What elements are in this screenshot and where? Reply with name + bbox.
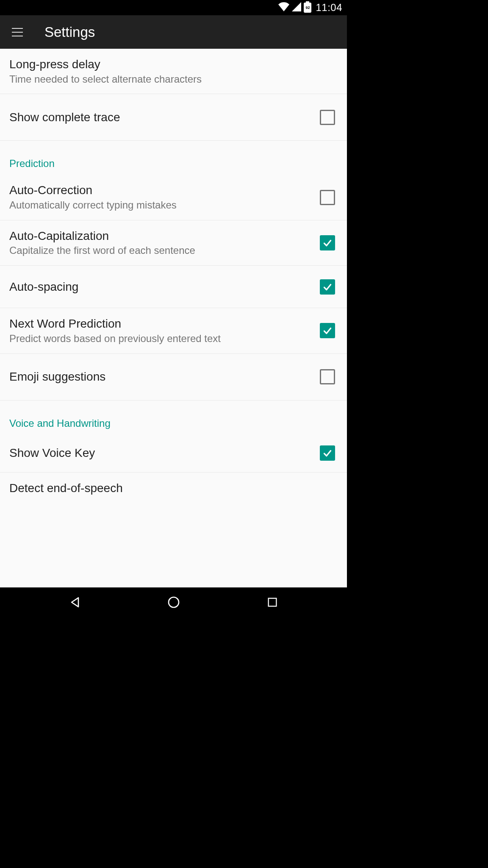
settings-list[interactable]: Long-press delay Time needed to select a… [0,49,347,587]
setting-title: Auto-spacing [9,280,320,294]
setting-subtitle: Capitalize the first word of each senten… [9,245,320,257]
setting-auto-spacing[interactable]: Auto-spacing [0,266,347,308]
setting-subtitle: Time needed to select alternate characte… [9,73,338,86]
checkbox-next-word-prediction[interactable] [320,323,335,338]
setting-detect-end-of-speech[interactable]: Detect end-of-speech [0,473,347,495]
home-button[interactable] [152,592,195,613]
checkbox-emoji-suggestions[interactable] [320,369,335,384]
recent-apps-button[interactable] [251,592,294,613]
svg-rect-1 [268,598,276,606]
battery-level: 92 [305,6,310,10]
wifi-icon [278,2,289,13]
setting-auto-capitalization[interactable]: Auto-Capitalization Capitalize the first… [0,220,347,266]
checkbox-auto-correction[interactable] [320,190,335,205]
setting-title: Detect end-of-speech [9,481,338,495]
app-bar: Settings [0,15,347,49]
clock: 11:04 [316,2,342,14]
checkbox-auto-capitalization[interactable] [320,235,335,250]
cellular-signal-icon [292,2,301,13]
setting-long-press-delay[interactable]: Long-press delay Time needed to select a… [0,49,347,94]
setting-title: Emoji suggestions [9,370,320,384]
checkbox-show-voice-key[interactable] [320,445,335,461]
setting-subtitle: Automatically correct typing mistakes [9,199,320,211]
setting-subtitle: Predict words based on previously entere… [9,333,320,345]
hamburger-icon[interactable] [12,28,23,36]
setting-title: Auto-Capitalization [9,229,320,243]
checkbox-auto-spacing[interactable] [320,279,335,295]
battery-icon: 92 [304,3,311,13]
navigation-bar [0,587,347,617]
section-header-voice: Voice and Handwriting [0,401,347,434]
svg-point-0 [169,597,179,607]
status-bar: 92 11:04 [0,0,347,15]
setting-title: Show Voice Key [9,446,320,460]
checkbox-show-complete-trace[interactable] [320,110,335,125]
section-header-prediction: Prediction [0,141,347,175]
setting-show-voice-key[interactable]: Show Voice Key [0,434,347,473]
setting-show-complete-trace[interactable]: Show complete trace [0,94,347,141]
setting-title: Show complete trace [9,110,320,125]
page-title: Settings [44,24,95,40]
setting-auto-correction[interactable]: Auto-Correction Automatically correct ty… [0,175,347,220]
setting-title: Long-press delay [9,57,338,72]
back-button[interactable] [54,592,96,613]
setting-next-word-prediction[interactable]: Next Word Prediction Predict words based… [0,308,347,353]
setting-title: Next Word Prediction [9,317,320,331]
setting-emoji-suggestions[interactable]: Emoji suggestions [0,354,347,401]
setting-title: Auto-Correction [9,183,320,198]
